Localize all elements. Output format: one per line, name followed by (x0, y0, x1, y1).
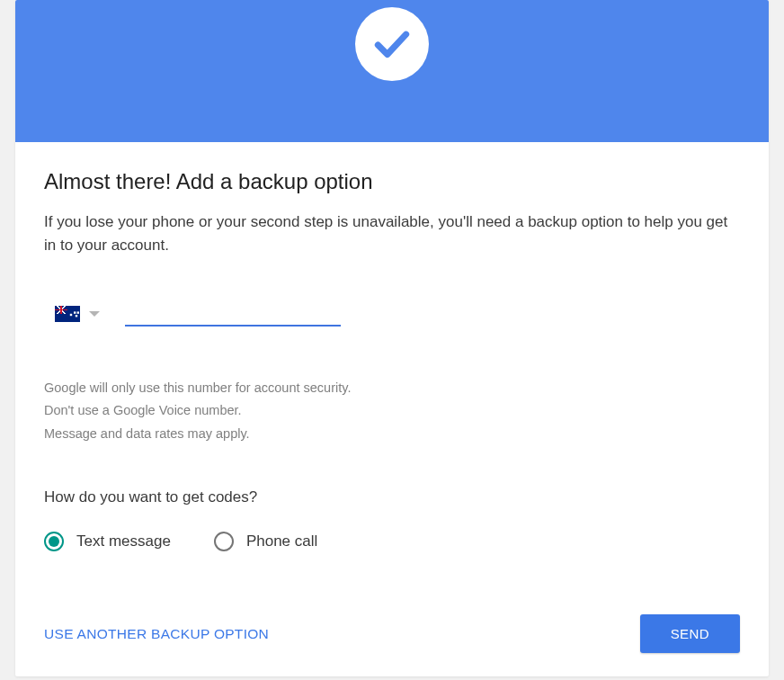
flag-australia-icon (55, 306, 80, 322)
radio-icon-unselected (214, 532, 234, 551)
hint-line-1: Google will only use this number for acc… (44, 377, 740, 399)
radio-group: Text message Phone call (44, 532, 740, 551)
hint-line-2: Don't use a Google Voice number. (44, 399, 740, 422)
send-button[interactable]: SEND (640, 614, 740, 653)
backup-option-card: Almost there! Add a backup option If you… (15, 0, 769, 676)
chevron-down-icon (89, 311, 100, 317)
codes-heading: How do you want to get codes? (44, 488, 740, 506)
radio-label-text-message: Text message (76, 532, 171, 550)
content-area: Almost there! Add a backup option If you… (15, 142, 769, 676)
radio-text-message[interactable]: Text message (44, 532, 171, 551)
footer-row: USE ANOTHER BACKUP OPTION SEND (44, 614, 740, 653)
phone-number-input[interactable] (125, 301, 341, 327)
page-title: Almost there! Add a backup option (44, 169, 740, 194)
country-selector[interactable] (55, 306, 100, 322)
checkmark-icon (355, 7, 429, 81)
radio-label-phone-call: Phone call (246, 532, 317, 550)
header-banner (15, 0, 769, 142)
hint-line-3: Message and data rates may apply. (44, 423, 740, 445)
radio-phone-call[interactable]: Phone call (214, 532, 317, 551)
description-text: If you lose your phone or your second st… (44, 210, 740, 256)
hint-text-block: Google will only use this number for acc… (44, 377, 740, 445)
phone-entry-row (44, 301, 740, 327)
use-another-backup-link[interactable]: USE ANOTHER BACKUP OPTION (44, 626, 269, 642)
radio-icon-selected (44, 532, 64, 551)
